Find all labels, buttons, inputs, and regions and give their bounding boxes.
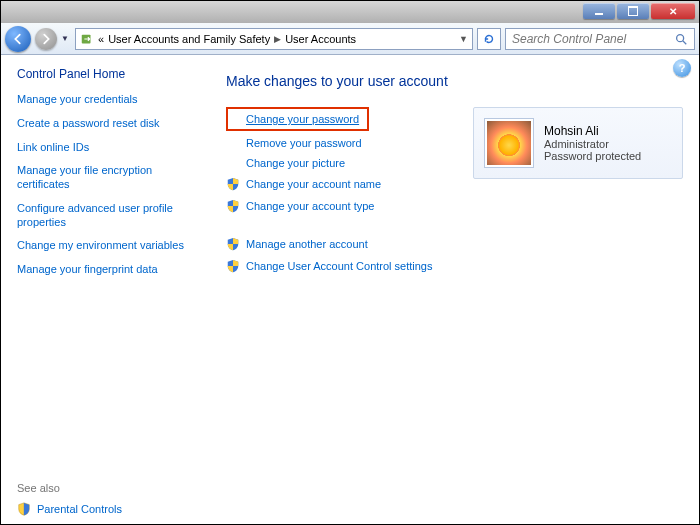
user-name: Mohsin Ali	[544, 124, 641, 138]
action-links: Change your password Remove your passwor…	[226, 107, 453, 281]
highlighted-action: Change your password	[226, 107, 369, 131]
breadcrumb-prefix: «	[98, 33, 104, 45]
address-bar[interactable]: « User Accounts and Family Safety ▶ User…	[75, 28, 473, 50]
link-change-password[interactable]: Change your password	[246, 113, 359, 125]
shield-icon	[226, 199, 240, 213]
shield-icon	[226, 259, 240, 273]
breadcrumb-current[interactable]: User Accounts	[285, 33, 356, 45]
main-area: Control Panel Home Manage your credentia…	[1, 55, 699, 524]
user-role: Administrator	[544, 138, 641, 150]
close-button[interactable]	[651, 3, 695, 19]
sidebar-link-credentials[interactable]: Manage your credentials	[17, 93, 198, 107]
search-placeholder: Search Control Panel	[512, 32, 626, 46]
sidebar-link-parental-controls[interactable]: Parental Controls	[17, 502, 198, 516]
address-dropdown-icon[interactable]: ▼	[459, 34, 468, 44]
sidebar-home-link[interactable]: Control Panel Home	[17, 67, 198, 81]
link-change-account-type[interactable]: Change your account type	[226, 199, 453, 213]
sidebar-link-reset-disk[interactable]: Create a password reset disk	[17, 117, 198, 131]
link-change-account-name[interactable]: Change your account name	[226, 177, 453, 191]
svg-line-2	[683, 40, 687, 44]
help-button[interactable]: ?	[673, 59, 691, 77]
shield-icon	[226, 237, 240, 251]
refresh-icon	[482, 32, 496, 46]
content-panel: ? Make changes to your user account Chan…	[206, 55, 699, 524]
location-icon	[80, 32, 94, 46]
link-manage-another-account[interactable]: Manage another account	[226, 237, 453, 251]
search-box[interactable]: Search Control Panel	[505, 28, 695, 50]
sidebar-link-fingerprint[interactable]: Manage your fingerprint data	[17, 263, 198, 277]
shield-icon	[226, 177, 240, 191]
minimize-button[interactable]	[583, 3, 615, 19]
sidebar-link-online-ids[interactable]: Link online IDs	[17, 141, 198, 155]
avatar	[484, 118, 534, 168]
avatar-image	[487, 121, 531, 165]
arrow-left-icon	[11, 32, 25, 46]
user-info: Mohsin Ali Administrator Password protec…	[544, 124, 641, 162]
link-remove-password[interactable]: Remove your password	[226, 137, 453, 149]
sidebar-link-user-profile[interactable]: Configure advanced user profile properti…	[17, 202, 198, 230]
forward-button[interactable]	[35, 28, 57, 50]
back-button[interactable]	[5, 26, 31, 52]
search-icon	[674, 32, 688, 46]
sidebar-link-env-vars[interactable]: Change my environment variables	[17, 239, 198, 253]
breadcrumb-parent[interactable]: User Accounts and Family Safety	[108, 33, 270, 45]
shield-icon	[17, 502, 31, 516]
user-password-status: Password protected	[544, 150, 641, 162]
arrow-right-icon	[39, 32, 53, 46]
user-account-card: Mohsin Ali Administrator Password protec…	[473, 107, 683, 179]
breadcrumb-separator-icon: ▶	[274, 34, 281, 44]
refresh-button[interactable]	[477, 28, 501, 50]
parental-controls-label: Parental Controls	[37, 503, 122, 515]
nav-history-dropdown[interactable]: ▼	[61, 34, 71, 43]
window-titlebar	[1, 1, 699, 23]
sidebar-see-also-label: See also	[17, 482, 198, 494]
maximize-button[interactable]	[617, 3, 649, 19]
svg-point-1	[677, 34, 684, 41]
sidebar-link-encryption-certs[interactable]: Manage your file encryption certificates	[17, 164, 198, 192]
nav-toolbar: ▼ « User Accounts and Family Safety ▶ Us…	[1, 23, 699, 55]
link-change-picture[interactable]: Change your picture	[226, 157, 453, 169]
sidebar: Control Panel Home Manage your credentia…	[1, 55, 206, 524]
page-title: Make changes to your user account	[226, 73, 683, 89]
link-change-uac-settings[interactable]: Change User Account Control settings	[226, 259, 453, 273]
